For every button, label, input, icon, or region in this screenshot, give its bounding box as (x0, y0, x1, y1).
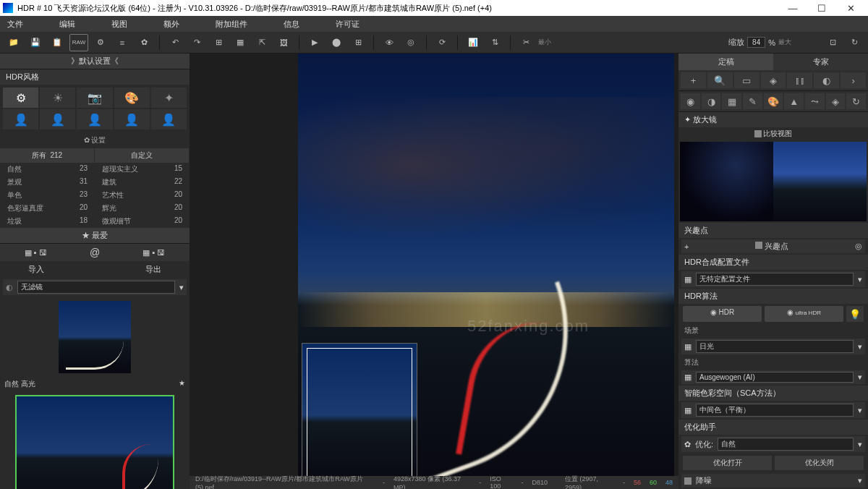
all-presets[interactable]: 所有 212 (0, 148, 95, 163)
noise-row[interactable]: 降噪 ▾ (681, 474, 865, 488)
record-icon[interactable]: ⬤ (327, 34, 346, 51)
copy-icon[interactable]: 📋 (48, 34, 67, 51)
style-palette-icon[interactable]: 🎨 (114, 88, 150, 108)
list-view-icon[interactable]: ▦ ▪ 🖫 (142, 248, 165, 258)
bulb-icon[interactable]: 💡 (846, 306, 864, 322)
preset-natural-highlight[interactable]: ★ ⊕ (0, 391, 190, 489)
split-tool-icon[interactable]: ⫿⫿ (787, 72, 812, 88)
opt-close-button[interactable]: 优化关闭 (775, 456, 864, 470)
style-sparkle-icon[interactable]: ✦ (151, 88, 187, 108)
tab-expert[interactable]: 专家 (773, 54, 868, 70)
settings2-icon[interactable]: ✿ (135, 34, 153, 51)
menu-addons[interactable]: 附加组件 (216, 19, 247, 30)
stat-item[interactable]: 艺术性20 (95, 189, 190, 202)
minimize-button[interactable]: — (778, 3, 807, 14)
scene-select[interactable]: ▦日光▾ (681, 339, 865, 354)
recent-header[interactable]: ★ 最爱 (0, 228, 190, 244)
refresh-icon[interactable]: ↻ (845, 34, 864, 51)
algo-select[interactable]: ▦Ausgewogen (AI)▾ (681, 370, 865, 384)
undo-icon[interactable]: ↶ (166, 34, 184, 51)
image-icon[interactable]: 🖼 (274, 34, 293, 51)
ultra-hdr-button[interactable]: ◉ ultra HDR (765, 306, 843, 322)
export-icon[interactable]: ⇱ (252, 34, 271, 51)
window-tool-icon[interactable]: ▭ (734, 72, 760, 88)
rgb-icon[interactable]: ▲ (784, 93, 804, 109)
menu-file[interactable]: 文件 (7, 19, 23, 30)
stat-item[interactable]: 景观31 (0, 176, 95, 189)
add-interest-icon[interactable]: + (684, 242, 689, 251)
style-user3-icon[interactable]: 👤 (77, 109, 112, 129)
star-icon[interactable]: ★ (179, 379, 185, 389)
menu-edit[interactable]: 编辑 (59, 19, 75, 30)
magnifier-view[interactable] (680, 142, 867, 221)
window-icon[interactable]: ⊞ (209, 34, 228, 51)
export-button[interactable]: 导出 (145, 264, 161, 275)
opt-open-button[interactable]: 优化打开 (683, 456, 772, 470)
custom-presets[interactable]: 自定义 (95, 148, 190, 163)
stat-item[interactable]: 垃圾18 (0, 215, 95, 228)
default-settings-header[interactable]: 》默认设置《 (0, 54, 190, 69)
layers-icon[interactable]: ▦ (231, 34, 250, 51)
compare-icon[interactable]: ⇅ (485, 34, 504, 51)
opt-select[interactable]: ✿优化:自然▾ (681, 436, 865, 452)
hdr-button[interactable]: ◉ HDR (683, 306, 762, 322)
style-sun-icon[interactable]: ☀ (40, 88, 75, 108)
colorwheel-icon[interactable]: 🎨 (764, 93, 783, 109)
redo-icon[interactable]: ↷ (187, 34, 206, 51)
navigator[interactable] (302, 343, 417, 488)
wand-icon[interactable]: ✎ (743, 93, 762, 109)
grid2-icon[interactable]: ▦ (722, 93, 741, 109)
raw-icon[interactable]: RAW (69, 34, 88, 51)
tab-pinned[interactable]: 定稿 (678, 54, 773, 70)
adjust-icon[interactable]: ⚙ (91, 34, 110, 51)
style-camera-icon[interactable]: 📷 (77, 88, 112, 108)
filter-select[interactable]: ◐ 无滤镜 ▾ (3, 279, 187, 295)
style-user2-icon[interactable]: 👤 (40, 109, 75, 129)
grid-view-icon[interactable]: ▦ ▪ 🖫 (25, 248, 47, 258)
target-icon[interactable]: ◎ (401, 34, 420, 51)
open-icon[interactable]: 📁 (4, 34, 23, 51)
save-icon[interactable]: 💾 (26, 34, 45, 51)
stat-item[interactable]: 自然23 (0, 163, 95, 176)
settings-link[interactable]: ✿ 设置 (0, 132, 190, 148)
contrast-icon[interactable]: ◑ (702, 93, 721, 109)
sca-select[interactable]: ▦中间色（平衡）▾ (681, 402, 865, 418)
import-button[interactable]: 导入 (28, 264, 44, 275)
zoom-value[interactable]: 84 (747, 37, 765, 48)
stat-item[interactable]: 微观细节20 (95, 215, 190, 228)
target2-icon[interactable]: ◎ (855, 242, 862, 251)
stat-item[interactable]: 单色23 (0, 189, 95, 202)
stat-item[interactable]: 超现实主义15 (95, 163, 190, 176)
menu-info[interactable]: 信息 (284, 19, 299, 30)
share-icon[interactable]: ⤳ (805, 93, 825, 109)
menu-view[interactable]: 视图 (111, 19, 127, 30)
add-tool-icon[interactable]: + (681, 72, 706, 88)
chevron-right-icon[interactable]: › (841, 72, 866, 88)
maximize-button[interactable]: ☐ (807, 3, 836, 14)
noise-checkbox[interactable] (684, 477, 692, 485)
style-user4-icon[interactable]: 👤 (114, 109, 150, 129)
style-user1-icon[interactable]: 👤 (3, 109, 38, 129)
interest-checkbox[interactable] (755, 242, 762, 249)
refresh2-icon[interactable]: ↻ (846, 93, 866, 109)
fit-icon[interactable]: ⊡ (823, 34, 842, 51)
play-icon[interactable]: ▶ (305, 34, 324, 51)
search-icon[interactable]: ◈ (826, 93, 846, 109)
aperture-icon[interactable]: ◉ (681, 93, 700, 109)
layers-tool-icon[interactable]: ◈ (761, 72, 786, 88)
grid-icon[interactable]: ⊞ (349, 34, 367, 51)
menu-extras[interactable]: 额外 (163, 19, 179, 30)
eye-icon[interactable]: 👁 (380, 34, 399, 51)
stat-item[interactable]: 色彩逼真度20 (0, 202, 95, 215)
color-tool-icon[interactable]: ◐ (814, 72, 839, 88)
stat-item[interactable]: 建筑22 (95, 176, 190, 189)
compare-checkbox[interactable] (754, 130, 762, 137)
style-user5-icon[interactable]: 👤 (151, 109, 187, 129)
canvas[interactable]: 52fanxing.com D:/临时保存/raw/03919--RAW原片/都… (190, 54, 678, 489)
crop-icon[interactable]: ✂ (516, 34, 535, 51)
preview-thumb[interactable] (59, 301, 131, 373)
menu-license[interactable]: 许可证 (336, 19, 359, 30)
histogram-icon[interactable]: 📊 (464, 34, 482, 51)
zoom-tool-icon[interactable]: 🔍 (707, 72, 733, 88)
sliders-icon[interactable]: ≡ (113, 34, 132, 51)
